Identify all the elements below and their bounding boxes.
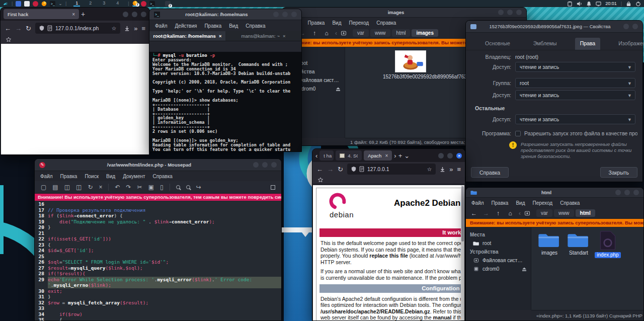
menu-item[interactable]: Правка <box>492 200 509 206</box>
minimize-button[interactable] <box>615 190 621 195</box>
menu-item[interactable]: Справка <box>376 20 396 26</box>
crumb-scroll-icon[interactable]: ‹ <box>334 30 339 37</box>
breadcrumb-images[interactable]: images <box>412 29 438 37</box>
maximize-button[interactable] <box>507 10 513 15</box>
task-terminal-icon[interactable]: >_ <box>149 1 155 7</box>
file-item-images[interactable]: images <box>535 230 564 256</box>
forward-icon[interactable]: → <box>481 210 491 217</box>
code-editor[interactable]: 16 17// Проверка результата подключения1… <box>35 201 281 320</box>
close-button[interactable] <box>291 12 297 17</box>
launcher-mousepad-icon[interactable] <box>33 1 38 7</box>
menu-item[interactable]: Правка <box>308 20 325 26</box>
others-access-dropdown[interactable]: чтение и запись▾ <box>515 114 635 124</box>
filesystem-icon[interactable] <box>341 30 351 36</box>
launcher-editor-icon[interactable] <box>24 1 30 7</box>
menu-item[interactable]: Файл <box>471 200 484 206</box>
tab-close-icon[interactable]: × <box>72 12 75 17</box>
launcher-expand-icon[interactable]: ⌄ <box>58 1 62 6</box>
launcher-files-icon[interactable] <box>16 1 21 7</box>
menu-item[interactable]: Документ <box>123 174 145 179</box>
save-as-icon[interactable]: ◫ <box>76 184 82 191</box>
tab-apache-active[interactable]: Apach× <box>364 150 392 160</box>
launcher-firefox-icon[interactable] <box>41 1 47 7</box>
volume-icon[interactable] <box>577 1 582 7</box>
maximize-button[interactable] <box>624 190 630 195</box>
maximize-button[interactable] <box>132 12 137 17</box>
task-mousepad-icon[interactable] <box>141 1 146 7</box>
find-icon[interactable] <box>176 185 180 189</box>
file-item-index.php[interactable]: index.php <box>594 230 622 258</box>
power-icon[interactable] <box>635 1 641 7</box>
import-bookmarks-icon[interactable] <box>317 177 324 183</box>
close-button[interactable] <box>633 190 639 195</box>
workspace-1[interactable]: 1 <box>73 1 80 7</box>
close-button[interactable] <box>632 24 638 29</box>
owner-access-dropdown[interactable]: чтение и запись▾ <box>515 62 635 72</box>
back-icon[interactable]: ← <box>5 25 11 32</box>
open-icon[interactable]: ▤ <box>52 184 58 191</box>
close-file-icon[interactable]: × <box>99 184 102 191</box>
tab-root-session[interactable]: root@kaliman: /home/mans× <box>149 31 225 41</box>
menu-item[interactable]: Справка <box>246 23 265 29</box>
new-tab-button[interactable]: + <box>398 152 403 159</box>
tab-user-session[interactable]: mans@kaliman: ~× <box>225 31 301 41</box>
home-icon[interactable]: ⌂ <box>321 30 332 37</box>
properties-tab-Эмблемы[interactable]: Эмблемы <box>528 38 562 50</box>
allow-execute-checkbox[interactable] <box>515 131 521 136</box>
sidebar-item-cdrom0[interactable]: cdrom0 <box>466 265 531 273</box>
close-button[interactable]: × <box>456 153 462 158</box>
url-bar[interactable]: 127.0.0.1 ☆ <box>347 164 436 175</box>
menu-item[interactable]: Поиск <box>85 174 99 179</box>
downloads-icon[interactable] <box>124 26 130 31</box>
help-button[interactable]: Справка <box>471 167 509 178</box>
kali-menu-icon[interactable] <box>3 1 9 7</box>
list-tabs-icon[interactable]: ⌄ <box>404 152 410 159</box>
launcher-terminal-icon[interactable]: >_ <box>50 1 55 7</box>
hamburger-menu-icon[interactable]: ≡ <box>457 166 461 173</box>
properties-tab-Права[interactable]: Права <box>575 38 601 50</box>
up-icon[interactable]: ↑ <box>309 30 319 37</box>
close-button[interactable] <box>271 162 277 168</box>
downloads-icon[interactable] <box>440 167 445 172</box>
terminal-output[interactable]: └─# mysql -u buratino -pEnter password: … <box>149 52 301 151</box>
save-icon[interactable]: ◫ <box>64 184 70 191</box>
new-document-icon[interactable]: ▢ <box>41 184 46 191</box>
tab-partial[interactable]: t ha <box>319 150 334 160</box>
breadcrumb-www[interactable]: www <box>370 29 390 37</box>
minimize-button[interactable] <box>253 162 259 168</box>
eject-icon[interactable] <box>336 87 341 92</box>
maximize-button[interactable] <box>447 153 453 158</box>
redo-icon[interactable]: ↷ <box>126 184 131 191</box>
tab-image[interactable]: 4. SC <box>336 150 362 160</box>
close-button[interactable] <box>516 10 522 15</box>
minimize-button[interactable] <box>273 12 279 17</box>
menu-item[interactable]: Переход <box>349 20 369 26</box>
close-button[interactable] <box>141 12 146 17</box>
breadcrumb-www[interactable]: www <box>554 209 574 217</box>
fullscreen-icon[interactable] <box>271 185 275 190</box>
menu-item[interactable]: Файл <box>155 23 168 29</box>
properties-tab-Основные[interactable]: Основные <box>480 38 515 50</box>
maximize-button[interactable] <box>282 12 288 17</box>
menu-item[interactable]: Файл <box>40 174 53 179</box>
tab-close-icon[interactable]: × <box>219 33 222 39</box>
scrollbar-thumb[interactable] <box>461 186 464 242</box>
menu-item[interactable]: Действия <box>175 23 197 29</box>
copy-icon[interactable]: ▣ <box>148 184 154 191</box>
menu-item[interactable]: Вид <box>229 23 238 29</box>
page-content[interactable]: debian Apache2 Debian Default Page It wo… <box>313 185 464 320</box>
file-item-Standart[interactable]: Standart <box>565 230 593 256</box>
sidebar-item-root[interactable]: root <box>466 239 531 248</box>
find-replace-icon[interactable] <box>186 185 190 189</box>
hamburger-menu-icon[interactable]: ≡ <box>141 25 145 32</box>
workspace-4[interactable]: 4 <box>114 1 121 7</box>
new-tab-button[interactable]: + <box>81 10 85 18</box>
paste-icon[interactable]: ▯ <box>160 184 164 191</box>
sidebar-item-Файловая сист…[interactable]: Файловая сист… <box>466 256 531 265</box>
notifications-icon[interactable] <box>586 1 592 7</box>
tab-close-icon[interactable]: × <box>283 33 286 39</box>
overflow-menu-icon[interactable]: » <box>449 166 453 173</box>
menu-item[interactable]: Правка <box>204 23 221 29</box>
minimize-button[interactable] <box>123 12 128 17</box>
workspace-3[interactable]: 3 <box>101 1 107 7</box>
